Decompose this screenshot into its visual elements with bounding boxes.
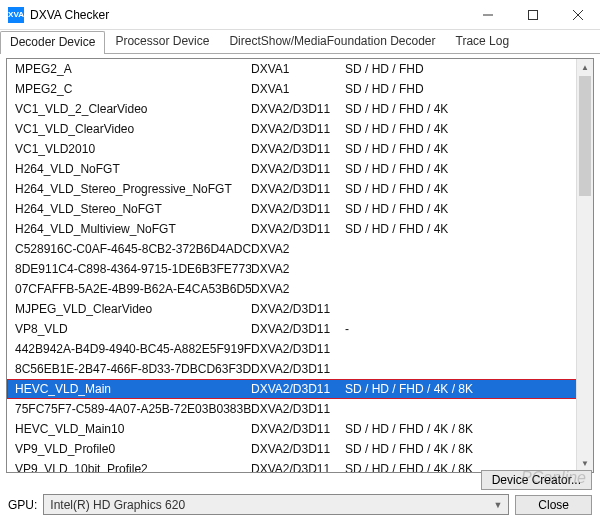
list-item[interactable]: H264_VLD_Multiview_NoFGTDXVA2/D3D11SD / … [7,219,593,239]
decoder-api: DXVA2/D3D11 [251,222,345,236]
decoder-resolutions: SD / HD / FHD / 4K [345,222,576,236]
decoder-api: DXVA2/D3D11 [251,382,345,396]
chevron-down-icon: ▼ [493,500,502,510]
tab-trace-log[interactable]: Trace Log [446,30,520,53]
decoder-api: DXVA2/D3D11 [251,442,345,456]
list-item[interactable]: VC1_VLD_2_ClearVideoDXVA2/D3D11SD / HD /… [7,99,593,119]
decoder-name: VC1_VLD_2_ClearVideo [7,102,251,116]
close-icon [573,10,583,20]
scroll-thumb[interactable] [579,76,591,196]
decoder-name: MPEG2_A [7,62,251,76]
list-item[interactable]: 442B942A-B4D9-4940-BC45-A882E5F919F3DXVA… [7,339,593,359]
decoder-name: H264_VLD_NoFGT [7,162,251,176]
decoder-name: VC1_VLD2010 [7,142,251,156]
decoder-name: VP8_VLD [7,322,251,336]
tab-directshow-mediafoundation-decoder[interactable]: DirectShow/MediaFoundation Decoder [219,30,445,53]
decoder-resolutions: SD / HD / FHD / 4K [345,202,576,216]
close-window-button[interactable] [555,0,600,30]
decoder-api: DXVA2/D3D11 [251,202,345,216]
decoder-api: DXVA2/D3D11 [251,122,345,136]
decoder-api: DXVA2 [251,282,345,296]
decoder-resolutions: SD / HD / FHD / 4K [345,142,576,156]
decoder-name: H264_VLD_Multiview_NoFGT [7,222,251,236]
decoder-api: DXVA2/D3D11 [251,102,345,116]
decoder-api: DXVA2/D3D11 [251,322,345,336]
gpu-select-value: Intel(R) HD Graphics 620 [50,498,185,512]
list-item[interactable]: H264_VLD_Stereo_NoFGTDXVA2/D3D11SD / HD … [7,199,593,219]
decoder-name: H264_VLD_Stereo_Progressive_NoFGT [7,182,251,196]
list-item[interactable]: H264_VLD_NoFGTDXVA2/D3D11SD / HD / FHD /… [7,159,593,179]
decoder-resolutions: SD / HD / FHD / 4K [345,102,576,116]
tab-bar: Decoder DeviceProcessor DeviceDirectShow… [0,30,600,54]
list-item[interactable]: MJPEG_VLD_ClearVideoDXVA2/D3D11 [7,299,593,319]
list-item[interactable]: VP9_VLD_Profile0DXVA2/D3D11SD / HD / FHD… [7,439,593,459]
titlebar: XVA DXVA Checker [0,0,600,30]
scroll-up-icon[interactable]: ▲ [577,59,593,76]
decoder-resolutions: SD / HD / FHD / 4K / 8K [345,442,576,456]
decoder-api: DXVA2/D3D11 [251,342,345,356]
decoder-name: VP9_VLD_Profile0 [7,442,251,456]
decoder-name: HEVC_VLD_Main10 [7,422,251,436]
decoder-list[interactable]: MPEG2_ADXVA1SD / HD / FHDMPEG2_CDXVA1SD … [6,58,594,473]
list-item[interactable]: VC1_VLD2010DXVA2/D3D11SD / HD / FHD / 4K [7,139,593,159]
decoder-resolutions: SD / HD / FHD / 4K [345,182,576,196]
decoder-resolutions: SD / HD / FHD / 4K [345,122,576,136]
decoder-api: DXVA2 [251,242,345,256]
decoder-resolutions: SD / HD / FHD [345,62,576,76]
minimize-button[interactable] [465,0,510,30]
decoder-resolutions: SD / HD / FHD / 4K / 8K [345,422,576,436]
decoder-name: HEVC_VLD_Main [7,382,251,396]
decoder-name: 8C56EB1E-2B47-466F-8D33-7DBCD63F3DF2 [7,362,251,376]
decoder-resolutions: SD / HD / FHD / 4K [345,162,576,176]
gpu-label: GPU: [8,498,37,512]
minimize-icon [483,10,493,20]
decoder-api: DXVA1 [251,62,345,76]
window-title: DXVA Checker [30,8,465,22]
decoder-api: DXVA2/D3D11 [251,162,345,176]
device-creator-button[interactable]: Device Creator... [481,470,592,490]
list-item[interactable]: H264_VLD_Stereo_Progressive_NoFGTDXVA2/D… [7,179,593,199]
decoder-resolutions: - [345,322,576,336]
close-button[interactable]: Close [515,495,592,515]
decoder-api: DXVA2/D3D11 [251,302,345,316]
decoder-api: DXVA2 [251,262,345,276]
gpu-select[interactable]: Intel(R) HD Graphics 620 ▼ [43,494,509,515]
app-icon: XVA [8,7,24,23]
decoder-resolutions: SD / HD / FHD / 4K / 8K [345,382,576,396]
list-item[interactable]: HEVC_VLD_Main10DXVA2/D3D11SD / HD / FHD … [7,419,593,439]
list-item[interactable]: 8C56EB1E-2B47-466F-8D33-7DBCD63F3DF2DXVA… [7,359,593,379]
bottom-bar: Device Creator... GPU: Intel(R) HD Graph… [0,466,600,521]
decoder-name: 442B942A-B4D9-4940-BC45-A882E5F919F3 [7,342,251,356]
list-item[interactable]: 8DE911C4-C898-4364-9715-1DE6B3FE773DDXVA… [7,259,593,279]
decoder-name: 75FC75F7-C589-4A07-A25B-72E03B0383B3 [7,402,251,416]
list-item[interactable]: 07CFAFFB-5A2E-4B99-B62A-E4CA53B6D5AADXVA… [7,279,593,299]
decoder-resolutions: SD / HD / FHD [345,82,576,96]
maximize-icon [528,10,538,20]
list-item[interactable]: HEVC_VLD_MainDXVA2/D3D11SD / HD / FHD / … [7,379,593,399]
tab-decoder-device[interactable]: Decoder Device [0,31,105,54]
decoder-api: DXVA2/D3D11 [251,182,345,196]
list-item[interactable]: VC1_VLD_ClearVideoDXVA2/D3D11SD / HD / F… [7,119,593,139]
svg-rect-1 [528,10,537,19]
decoder-name: MJPEG_VLD_ClearVideo [7,302,251,316]
decoder-name: 8DE911C4-C898-4364-9715-1DE6B3FE773D [7,262,251,276]
scrollbar[interactable]: ▲ ▼ [576,59,593,472]
decoder-api: DXVA2/D3D11 [251,422,345,436]
decoder-api: DXVA2/D3D11 [251,362,345,376]
list-item[interactable]: MPEG2_ADXVA1SD / HD / FHD [7,59,593,79]
list-item[interactable]: 75FC75F7-C589-4A07-A25B-72E03B0383B3DXVA… [7,399,593,419]
list-item[interactable]: MPEG2_CDXVA1SD / HD / FHD [7,79,593,99]
decoder-api: DXVA1 [251,82,345,96]
decoder-api: DXVA2/D3D11 [251,142,345,156]
decoder-name: H264_VLD_Stereo_NoFGT [7,202,251,216]
decoder-name: C528916C-C0AF-4645-8CB2-372B6D4ADC2A [7,242,251,256]
decoder-name: MPEG2_C [7,82,251,96]
list-item[interactable]: C528916C-C0AF-4645-8CB2-372B6D4ADC2ADXVA… [7,239,593,259]
maximize-button[interactable] [510,0,555,30]
decoder-api: DXVA2/D3D11 [251,402,345,416]
decoder-name: VC1_VLD_ClearVideo [7,122,251,136]
tab-processor-device[interactable]: Processor Device [105,30,219,53]
list-item[interactable]: VP8_VLDDXVA2/D3D11- [7,319,593,339]
decoder-name: 07CFAFFB-5A2E-4B99-B62A-E4CA53B6D5AA [7,282,251,296]
